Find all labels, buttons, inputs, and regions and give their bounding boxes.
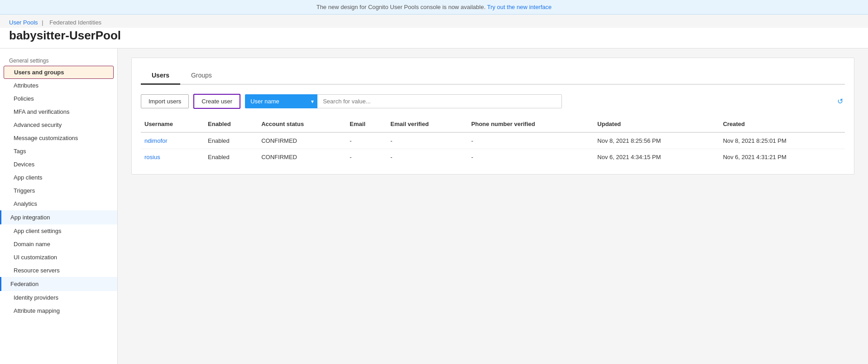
- refresh-button[interactable]: ↺: [835, 95, 845, 107]
- sidebar-item-attribute-mapping[interactable]: Attribute mapping: [0, 304, 117, 317]
- cell-account-status-2: CONFIRMED: [258, 149, 346, 165]
- content-area: Users Groups Import users Create user Us…: [118, 49, 868, 364]
- sidebar-item-mfa[interactable]: MFA and verifications: [0, 105, 117, 118]
- federation-header[interactable]: Federation: [0, 277, 117, 291]
- main-layout: General settings Users and groups Attrib…: [0, 49, 868, 364]
- sidebar-item-tags[interactable]: Tags: [0, 145, 117, 158]
- table-row: rosius Enabled CONFIRMED - - - Nov 6, 20…: [141, 149, 845, 165]
- cell-email-2: -: [346, 149, 387, 165]
- create-user-button[interactable]: Create user: [193, 94, 240, 109]
- general-settings-label: General settings: [0, 53, 117, 66]
- tab-users[interactable]: Users: [141, 67, 180, 85]
- search-container: User name Email Phone number: [245, 94, 562, 108]
- tab-groups[interactable]: Groups: [180, 67, 223, 85]
- sidebar-item-identity-providers[interactable]: Identity providers: [0, 291, 117, 304]
- sidebar-item-devices[interactable]: Devices: [0, 158, 117, 171]
- search-dropdown[interactable]: User name Email Phone number: [245, 94, 317, 108]
- sidebar-item-users-and-groups[interactable]: Users and groups: [4, 66, 114, 79]
- breadcrumb: User Pools | Federated Identities: [0, 15, 868, 28]
- banner-link[interactable]: Try out the new interface: [487, 4, 552, 10]
- sidebar-item-policies[interactable]: Policies: [0, 92, 117, 105]
- sidebar-item-app-clients[interactable]: App clients: [0, 171, 117, 184]
- sidebar-item-analytics[interactable]: Analytics: [0, 197, 117, 210]
- main-panel: Users Groups Import users Create user Us…: [131, 58, 854, 175]
- breadcrumb-federated: Federated Identities: [49, 19, 101, 26]
- sidebar-item-ui-customization[interactable]: UI customization: [0, 251, 117, 264]
- col-email-verified: Email verified: [387, 116, 468, 132]
- sidebar-item-advanced-security[interactable]: Advanced security: [0, 118, 117, 131]
- import-users-button[interactable]: Import users: [141, 94, 189, 108]
- cell-phone-verified-1: -: [468, 132, 594, 149]
- breadcrumb-separator: |: [42, 19, 45, 26]
- table-row: ndimofor Enabled CONFIRMED - - - Nov 8, …: [141, 132, 845, 149]
- cell-enabled-1: Enabled: [204, 132, 258, 149]
- cell-enabled-2: Enabled: [204, 149, 258, 165]
- cell-username-2: rosius: [141, 149, 204, 165]
- app-integration-header[interactable]: App integration: [0, 210, 117, 224]
- cell-username-1: ndimofor: [141, 132, 204, 149]
- col-updated: Updated: [594, 116, 719, 132]
- col-email: Email: [346, 116, 387, 132]
- cell-email-1: -: [346, 132, 387, 149]
- col-account-status: Account status: [258, 116, 346, 132]
- table-body: ndimofor Enabled CONFIRMED - - - Nov 8, …: [141, 132, 845, 165]
- search-dropdown-wrapper: User name Email Phone number: [245, 94, 317, 108]
- cell-updated-1: Nov 8, 2021 8:25:56 PM: [594, 132, 719, 149]
- sidebar-item-app-client-settings[interactable]: App client settings: [0, 224, 117, 238]
- col-username: Username: [141, 116, 204, 132]
- sidebar-item-triggers[interactable]: Triggers: [0, 184, 117, 197]
- sidebar-item-resource-servers[interactable]: Resource servers: [0, 264, 117, 277]
- actions-row: Import users Create user User name Email…: [141, 94, 845, 109]
- cell-email-verified-2: -: [387, 149, 468, 165]
- col-phone-verified: Phone number verified: [468, 116, 594, 132]
- tab-bar: Users Groups: [141, 67, 845, 85]
- sidebar: General settings Users and groups Attrib…: [0, 49, 118, 364]
- sidebar-item-domain-name[interactable]: Domain name: [0, 238, 117, 251]
- cell-account-status-1: CONFIRMED: [258, 132, 346, 149]
- search-input[interactable]: [317, 94, 562, 108]
- col-enabled: Enabled: [204, 116, 258, 132]
- sidebar-item-message-customizations[interactable]: Message customizations: [0, 131, 117, 145]
- cell-created-2: Nov 6, 2021 4:31:21 PM: [719, 149, 845, 165]
- cell-email-verified-1: -: [387, 132, 468, 149]
- page-title: babysitter-UserPool: [0, 28, 868, 49]
- cell-phone-verified-2: -: [468, 149, 594, 165]
- cell-created-1: Nov 8, 2021 8:25:01 PM: [719, 132, 845, 149]
- table-header: Username Enabled Account status Email Em…: [141, 116, 845, 132]
- col-created: Created: [719, 116, 845, 132]
- breadcrumb-user-pools[interactable]: User Pools: [9, 19, 38, 26]
- top-banner: The new design for Cognito User Pools co…: [0, 0, 868, 15]
- banner-text: The new design for Cognito User Pools co…: [317, 4, 486, 10]
- user-link-2[interactable]: rosius: [144, 154, 160, 160]
- users-table: Username Enabled Account status Email Em…: [141, 116, 845, 165]
- user-link-1[interactable]: ndimofor: [144, 137, 168, 144]
- sidebar-item-attributes[interactable]: Attributes: [0, 79, 117, 92]
- cell-updated-2: Nov 6, 2021 4:34:15 PM: [594, 149, 719, 165]
